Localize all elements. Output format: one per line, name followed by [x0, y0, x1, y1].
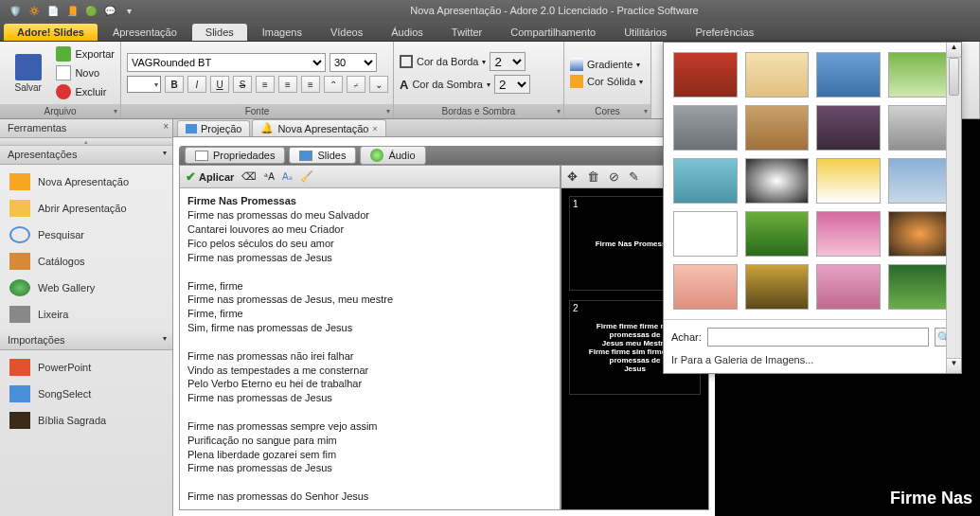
move-icon[interactable]: ✥	[567, 169, 578, 184]
sidebar-item-songselect[interactable]: SongSelect	[0, 381, 172, 407]
delete-button[interactable]: Excluir	[56, 84, 115, 99]
gallery-thumb[interactable]	[816, 264, 881, 310]
apresentacoes-title[interactable]: Apresentações	[0, 146, 172, 165]
qat-icon-5[interactable]: 🟢	[83, 3, 98, 18]
valign-middle-button[interactable]: ⌿	[347, 76, 365, 93]
gallery-thumb[interactable]	[745, 105, 810, 151]
qat-dropdown-icon[interactable]: ▾	[121, 3, 136, 18]
align-center-button[interactable]: ≡	[278, 76, 297, 93]
tab-audios[interactable]: Áudios	[378, 24, 437, 41]
subtab-label: Propriedades	[213, 150, 275, 161]
gallery-scrollbar[interactable]: ▲ ▼	[946, 43, 961, 373]
save-button[interactable]: Salvar	[6, 54, 50, 93]
font-family-select[interactable]: VAGRounded BT	[127, 53, 326, 72]
sidebar-item-pesquisar[interactable]: Pesquisar	[0, 222, 172, 248]
tab-slides[interactable]: Slides	[192, 24, 247, 41]
trash-icon[interactable]: 🗑	[587, 169, 599, 184]
group-label-arquivo[interactable]: Arquivo	[0, 104, 120, 118]
subtab-slides[interactable]: Slides	[289, 147, 356, 164]
subtab-propriedades[interactable]: Propriedades	[185, 147, 285, 164]
strike-button[interactable]: S	[233, 76, 252, 93]
gallery-thumb[interactable]	[888, 264, 953, 310]
solid-color-button[interactable]: Cor Sólida▾	[570, 75, 643, 88]
gallery-thumb[interactable]	[673, 264, 738, 310]
gallery-thumb[interactable]	[816, 158, 881, 204]
border-size-select[interactable]: 2	[490, 52, 526, 71]
qat-icon-6[interactable]: 💬	[102, 3, 117, 18]
gallery-thumb[interactable]	[673, 158, 738, 204]
gallery-thumb[interactable]	[888, 52, 953, 98]
gradient-button[interactable]: Gradiente▾	[570, 58, 643, 71]
sidebar-item-abrir[interactable]: Abrir Apresentação	[0, 195, 172, 222]
gallery-thumb[interactable]	[888, 158, 953, 204]
sidebar-item-nova[interactable]: Nova Apresentação	[0, 169, 172, 195]
scroll-up-icon[interactable]: ▲	[947, 43, 961, 58]
gallery-thumb[interactable]	[816, 105, 881, 151]
lowercase-button[interactable]: Aₐ	[282, 171, 293, 182]
group-label-cores[interactable]: Cores	[564, 104, 650, 118]
edit-icon[interactable]: ✎	[629, 169, 639, 184]
gallery-thumb[interactable]	[745, 211, 810, 257]
apply-button[interactable]: ✔Aplicar	[186, 169, 234, 184]
gallery-thumb[interactable]	[816, 211, 881, 257]
search-icon	[9, 226, 30, 243]
gallery-thumb[interactable]	[888, 211, 953, 257]
group-label-bordas[interactable]: Bordas e Sombra	[394, 104, 563, 118]
tab-adore-slides[interactable]: Adore! Slides	[4, 24, 98, 41]
gallery-thumb[interactable]	[888, 105, 953, 151]
uppercase-button[interactable]: ᵃA	[264, 171, 275, 182]
importacoes-title[interactable]: Importações	[0, 331, 172, 350]
new-button[interactable]: Novo	[56, 65, 115, 80]
sidebar-item-webgallery[interactable]: Web Gallery	[0, 275, 172, 301]
gallery-thumb[interactable]	[673, 105, 738, 151]
font-size-select[interactable]: 30	[330, 53, 377, 72]
tab-twitter[interactable]: Twitter	[438, 24, 495, 41]
clean-button[interactable]: 🧹	[300, 170, 313, 183]
pane-handle[interactable]: ▴	[0, 138, 172, 146]
tab-nova-apresentacao[interactable]: 🔔Nova Apresentação×	[252, 119, 385, 136]
tab-projecao[interactable]: Projeção	[177, 120, 250, 136]
shadow-size-select[interactable]: 2	[494, 75, 530, 94]
gallery-thumb[interactable]	[745, 264, 810, 310]
close-icon[interactable]: ×	[372, 124, 377, 133]
sidebar-item-catalogos[interactable]: Catálogos	[0, 248, 172, 275]
tab-preferencias[interactable]: Preferências	[682, 24, 767, 41]
tab-apresentacao[interactable]: Apresentação	[99, 24, 190, 41]
tab-compartilhamento[interactable]: Compartilhamento	[497, 24, 609, 41]
clear-button[interactable]: ⌫	[241, 170, 257, 183]
italic-button[interactable]: I	[187, 76, 206, 93]
gallery-thumb[interactable]	[745, 158, 810, 204]
sidebar-item-powerpoint[interactable]: PowerPoint	[0, 354, 172, 381]
underline-button[interactable]: U	[210, 76, 229, 93]
gallery-thumb[interactable]	[745, 52, 810, 98]
scroll-thumb[interactable]	[949, 58, 959, 96]
projector-icon	[186, 124, 197, 133]
block-icon[interactable]: ⊘	[609, 169, 619, 184]
align-right-button[interactable]: ≡	[301, 76, 320, 93]
qat-icon-1[interactable]: 🛡️	[8, 3, 23, 18]
subtab-audio[interactable]: Áudio	[360, 146, 425, 165]
font-color-swatch[interactable]	[127, 76, 161, 93]
close-icon[interactable]: ×	[163, 121, 169, 132]
valign-top-button[interactable]: ⌃	[324, 76, 343, 93]
valign-bottom-button[interactable]: ⌄	[369, 76, 388, 93]
export-button[interactable]: Exportar	[56, 46, 115, 62]
qat-icon-2[interactable]: 🔅	[27, 3, 42, 18]
gallery-thumb[interactable]	[673, 211, 738, 257]
gallery-thumb[interactable]	[673, 52, 738, 98]
bold-button[interactable]: B	[165, 76, 184, 93]
tab-imagens[interactable]: Imagens	[249, 24, 315, 41]
group-label-fonte[interactable]: Fonte	[121, 104, 393, 118]
scroll-down-icon[interactable]: ▼	[947, 358, 961, 373]
lyrics-textarea[interactable]: Firme Nas Promessas Firme nas promessas …	[180, 188, 560, 509]
qat-icon-4[interactable]: 📙	[64, 3, 80, 18]
qat-icon-3[interactable]: 📄	[45, 3, 61, 18]
sidebar-item-lixeira[interactable]: Lixeira	[0, 301, 172, 328]
align-left-button[interactable]: ≡	[256, 76, 275, 93]
gallery-search-input[interactable]	[707, 328, 929, 347]
gallery-thumb[interactable]	[816, 52, 881, 98]
sidebar-item-biblia[interactable]: Bíblia Sagrada	[0, 407, 172, 434]
gallery-goto-link[interactable]: Ir Para a Galeria de Imagens...	[671, 350, 953, 369]
tab-videos[interactable]: Vídeos	[317, 24, 376, 41]
tab-utilitarios[interactable]: Utilitários	[611, 24, 680, 41]
